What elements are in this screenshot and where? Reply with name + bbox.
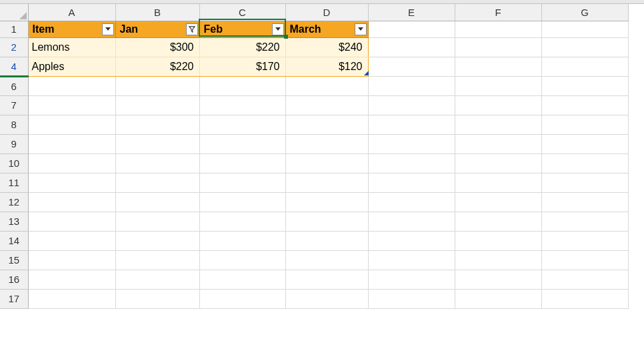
cell-E10[interactable]	[368, 153, 455, 173]
cell-D8[interactable]	[285, 115, 368, 134]
column-header-B[interactable]: B	[115, 4, 199, 21]
cell-F6[interactable]	[455, 76, 541, 95]
column-header-G[interactable]: G	[541, 4, 628, 21]
cell-F17[interactable]	[455, 289, 541, 308]
cell-B15[interactable]	[115, 250, 199, 270]
cell-B6[interactable]	[115, 76, 199, 95]
column-header-F[interactable]: F	[455, 4, 541, 21]
cell-D13[interactable]	[285, 212, 368, 231]
row-header-16[interactable]: 16	[0, 270, 28, 289]
cell-A2[interactable]: Lemons	[28, 37, 115, 57]
cell-C15[interactable]	[199, 250, 285, 270]
cell-G8[interactable]	[541, 115, 628, 134]
cell-A4[interactable]: Apples	[28, 57, 115, 76]
cell-C16[interactable]	[199, 270, 285, 289]
cell-G1[interactable]	[541, 21, 628, 37]
cell-F14[interactable]	[455, 231, 541, 250]
cell-F9[interactable]	[455, 134, 541, 153]
row-header-14[interactable]: 14	[0, 231, 28, 250]
cell-B12[interactable]	[115, 192, 199, 212]
cell-D16[interactable]	[285, 270, 368, 289]
cell-D10[interactable]	[285, 153, 368, 173]
filter-button-march[interactable]	[355, 23, 367, 35]
cell-D12[interactable]	[285, 192, 368, 212]
cell-E13[interactable]	[368, 212, 455, 231]
cell-B2[interactable]: $300	[115, 37, 199, 57]
column-header-C[interactable]: C	[199, 4, 285, 21]
cell-C17[interactable]	[199, 289, 285, 308]
table-header-feb[interactable]: Feb	[199, 21, 285, 37]
cell-F10[interactable]	[455, 153, 541, 173]
cell-C4[interactable]: $170	[199, 57, 285, 76]
cell-B16[interactable]	[115, 270, 199, 289]
cell-G16[interactable]	[541, 270, 628, 289]
cell-E14[interactable]	[368, 231, 455, 250]
cell-A10[interactable]	[28, 153, 115, 173]
cell-G11[interactable]	[541, 173, 628, 192]
row-header-8[interactable]: 8	[0, 115, 28, 134]
cell-C10[interactable]	[199, 153, 285, 173]
cell-D4[interactable]: $120	[285, 57, 368, 76]
cell-C9[interactable]	[199, 134, 285, 153]
filter-button-item[interactable]	[102, 23, 114, 35]
cell-G2[interactable]	[541, 37, 628, 57]
row-header-12[interactable]: 12	[0, 192, 28, 212]
cell-A13[interactable]	[28, 212, 115, 231]
cell-D14[interactable]	[285, 231, 368, 250]
row-header-11[interactable]: 11	[0, 173, 28, 192]
cell-G14[interactable]	[541, 231, 628, 250]
cell-C11[interactable]	[199, 173, 285, 192]
cell-F13[interactable]	[455, 212, 541, 231]
table-header-item[interactable]: Item	[28, 21, 115, 37]
cell-C12[interactable]	[199, 192, 285, 212]
cell-D7[interactable]	[285, 95, 368, 115]
cell-B11[interactable]	[115, 173, 199, 192]
row-header-10[interactable]: 10	[0, 153, 28, 173]
column-header-E[interactable]: E	[368, 4, 455, 21]
cell-E11[interactable]	[368, 173, 455, 192]
cell-E7[interactable]	[368, 95, 455, 115]
select-all-corner[interactable]	[0, 4, 28, 21]
cell-D9[interactable]	[285, 134, 368, 153]
cell-E12[interactable]	[368, 192, 455, 212]
cell-E2[interactable]	[368, 37, 455, 57]
cell-A16[interactable]	[28, 270, 115, 289]
cell-E16[interactable]	[368, 270, 455, 289]
cell-G7[interactable]	[541, 95, 628, 115]
cell-A15[interactable]	[28, 250, 115, 270]
cell-A6[interactable]	[28, 76, 115, 95]
cell-D17[interactable]	[285, 289, 368, 308]
table-header-jan[interactable]: Jan	[115, 21, 199, 37]
cell-B17[interactable]	[115, 289, 199, 308]
cell-G6[interactable]	[541, 76, 628, 95]
cell-G12[interactable]	[541, 192, 628, 212]
table-header-march[interactable]: March	[285, 21, 368, 37]
cell-F4[interactable]	[455, 57, 541, 76]
cell-G4[interactable]	[541, 57, 628, 76]
cell-G17[interactable]	[541, 289, 628, 308]
cell-D2[interactable]: $240	[285, 37, 368, 57]
row-header-2[interactable]: 2	[0, 37, 28, 57]
cell-G9[interactable]	[541, 134, 628, 153]
row-header-6[interactable]: 6	[0, 76, 28, 95]
cell-C6[interactable]	[199, 76, 285, 95]
cell-G13[interactable]	[541, 212, 628, 231]
cell-D11[interactable]	[285, 173, 368, 192]
cell-B9[interactable]	[115, 134, 199, 153]
cell-E15[interactable]	[368, 250, 455, 270]
cell-G15[interactable]	[541, 250, 628, 270]
filter-button-jan[interactable]	[186, 23, 198, 35]
row-header-9[interactable]: 9	[0, 134, 28, 153]
cell-F7[interactable]	[455, 95, 541, 115]
cell-F16[interactable]	[455, 270, 541, 289]
cell-C2[interactable]: $220	[199, 37, 285, 57]
row-header-4[interactable]: 4	[0, 57, 28, 76]
cell-B10[interactable]	[115, 153, 199, 173]
cell-D6[interactable]	[285, 76, 368, 95]
row-header-17[interactable]: 17	[0, 289, 28, 308]
cell-C14[interactable]	[199, 231, 285, 250]
cell-A17[interactable]	[28, 289, 115, 308]
cell-E6[interactable]	[368, 76, 455, 95]
cell-C7[interactable]	[199, 95, 285, 115]
spreadsheet-grid[interactable]: A B C D E F G 1 Item Jan	[0, 4, 644, 309]
